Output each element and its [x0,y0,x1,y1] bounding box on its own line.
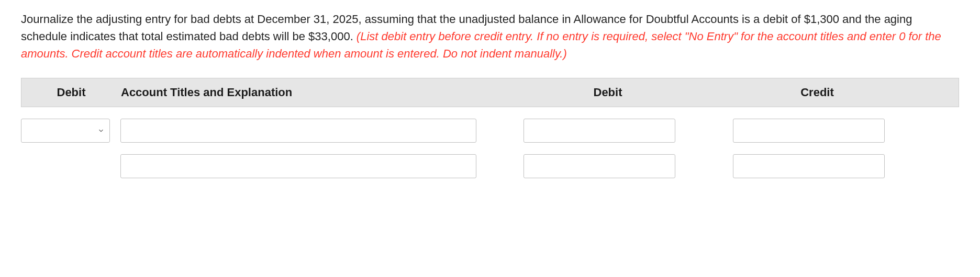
row1-credit-cell [712,119,921,143]
row1-debit-cell [503,119,712,143]
row1-title-cell [120,119,503,143]
row1-date-cell [21,119,120,143]
debit-amount-input[interactable] [524,119,675,143]
table-header-row: Debit Account Titles and Explanation Deb… [21,78,959,107]
row2-date-cell [21,154,120,178]
journal-entry-table: Debit Account Titles and Explanation Deb… [21,78,959,178]
credit-amount-input[interactable] [733,119,885,143]
header-date: Debit [21,78,121,107]
debit-amount-input[interactable] [524,154,675,178]
account-title-input[interactable] [120,119,476,143]
account-title-input[interactable] [120,154,476,178]
row2-title-cell [120,154,503,178]
date-select[interactable] [21,119,110,143]
header-account-titles: Account Titles and Explanation [121,78,503,107]
row2-credit-cell [712,154,921,178]
row2-debit-cell [503,154,712,178]
question-text: Journalize the adjusting entry for bad d… [21,10,959,62]
header-credit: Credit [712,78,922,107]
credit-amount-input[interactable] [733,154,885,178]
header-debit: Debit [503,78,712,107]
